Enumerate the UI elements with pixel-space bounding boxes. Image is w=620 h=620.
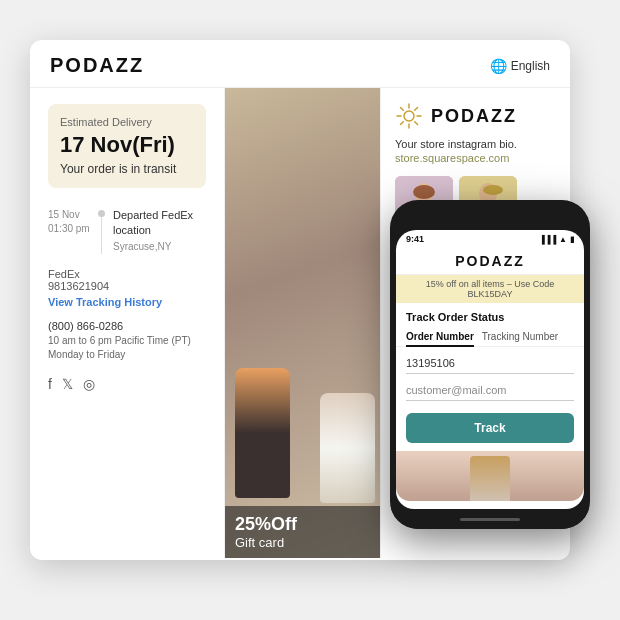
delivery-status: Your order is in transit — [60, 162, 194, 176]
store-link[interactable]: store.squarespace.com — [395, 152, 556, 164]
track-order-title: Track Order Status — [396, 303, 584, 327]
svg-line-5 — [401, 108, 404, 111]
tab-order-number[interactable]: Order Number — [406, 327, 482, 346]
tab-tracking-number[interactable]: Tracking Number — [482, 327, 566, 346]
phone-bottom-figure — [470, 456, 510, 501]
carrier-section: FedEx 9813621904 View Tracking History — [48, 268, 206, 308]
tracking-dot — [98, 210, 105, 217]
view-tracking-link[interactable]: View Tracking History — [48, 296, 206, 308]
carrier-number: 9813621904 — [48, 280, 206, 292]
store-bio: Your store instagram bio. — [395, 138, 556, 150]
delivery-box: Estimated Delivery 17 Nov(Fri) Your orde… — [48, 104, 206, 188]
fashion-image: 25%Off Gift card — [225, 88, 380, 558]
phone-notch — [460, 210, 520, 226]
svg-line-8 — [401, 122, 404, 125]
track-button[interactable]: Track — [406, 413, 574, 443]
right-logo-row: PODAZZ — [395, 102, 556, 130]
svg-point-16 — [483, 185, 503, 195]
status-bar: 9:41 ▐▐▐ ▲ ▮ — [396, 230, 584, 248]
phone-home-bar — [390, 509, 590, 529]
left-panel: Estimated Delivery 17 Nov(Fri) Your orde… — [30, 88, 225, 558]
phone-section: (800) 866-0286 10 am to 6 pm Pacific Tim… — [48, 320, 206, 362]
figure-1 — [235, 368, 290, 498]
instagram-icon[interactable]: ◎ — [83, 376, 95, 392]
svg-line-7 — [415, 108, 418, 111]
tracking-location: Syracuse,NY — [113, 241, 171, 252]
language-label: English — [511, 59, 550, 73]
tracking-info: Departed FedEx location Syracuse,NY — [113, 208, 206, 254]
figure-2 — [320, 393, 375, 503]
email-input[interactable] — [406, 382, 574, 401]
phone-card: 9:41 ▐▐▐ ▲ ▮ PODAZZ 15% off on all items… — [390, 200, 590, 529]
support-days: Monday to Friday — [48, 349, 125, 360]
svg-point-12 — [413, 185, 435, 199]
language-selector[interactable]: 🌐 English — [490, 58, 550, 74]
gift-card-overlay: 25%Off Gift card — [225, 506, 380, 558]
tracking-dot-line — [98, 208, 105, 254]
tracking-hour: 01:30 pm — [48, 223, 90, 234]
tracking-time: 15 Nov 01:30 pm — [48, 208, 90, 254]
svg-line-6 — [415, 122, 418, 125]
phone-logo: PODAZZ — [455, 253, 525, 269]
wifi-icon: ▲ — [559, 235, 567, 244]
gift-label: Gift card — [235, 535, 370, 550]
battery-icon: ▮ — [570, 235, 574, 244]
phone-bottom-image — [396, 451, 584, 501]
support-phone: (800) 866-0286 — [48, 320, 206, 332]
twitter-icon[interactable]: 𝕏 — [62, 376, 73, 392]
phone-time: 9:41 — [406, 234, 424, 244]
carrier-name: FedEx — [48, 268, 206, 280]
tracking-date: 15 Nov — [48, 209, 80, 220]
signal-icon: ▐▐▐ — [539, 235, 556, 244]
desktop-header: PODAZZ 🌐 English — [30, 40, 570, 88]
phone-screen: 9:41 ▐▐▐ ▲ ▮ PODAZZ 15% off on all items… — [396, 230, 584, 509]
tracking-event-text: Departed FedEx location — [113, 209, 193, 236]
order-number-input[interactable] — [406, 355, 574, 374]
right-logo: PODAZZ — [431, 106, 517, 127]
delivery-date: 17 Nov(Fri) — [60, 132, 194, 158]
center-panel: 25%Off Gift card — [225, 88, 380, 558]
estimated-delivery-label: Estimated Delivery — [60, 116, 194, 128]
gift-percent: 25%Off — [235, 514, 370, 535]
facebook-icon[interactable]: f — [48, 376, 52, 392]
support-hours: 10 am to 6 pm Pacific Time (PT) Monday t… — [48, 334, 206, 362]
track-tabs: Order Number Tracking Number — [396, 327, 584, 347]
social-icons: f 𝕏 ◎ — [48, 376, 206, 392]
globe-icon: 🌐 — [490, 58, 507, 74]
home-indicator — [460, 518, 520, 521]
tracking-event: 15 Nov 01:30 pm Departed FedEx location … — [48, 204, 206, 254]
status-icons: ▐▐▐ ▲ ▮ — [539, 235, 574, 244]
sun-icon — [395, 102, 423, 130]
support-hours-text: 10 am to 6 pm Pacific Time (PT) — [48, 335, 191, 346]
desktop-logo: PODAZZ — [50, 54, 144, 77]
phone-logo-row: PODAZZ — [396, 248, 584, 275]
promo-banner: 15% off on all items – Use Code BLK15DAY — [396, 275, 584, 303]
svg-point-0 — [404, 111, 414, 121]
tracking-line — [101, 217, 102, 254]
